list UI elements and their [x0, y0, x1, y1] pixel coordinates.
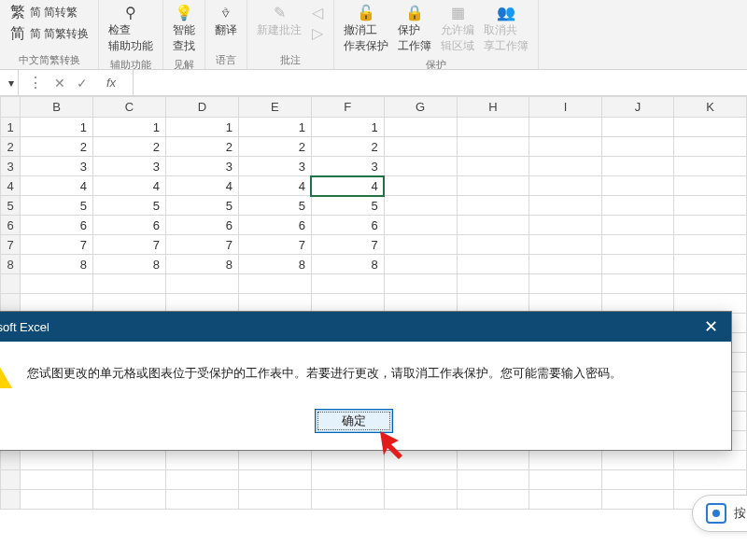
cell[interactable] — [529, 235, 602, 255]
cell[interactable] — [529, 490, 602, 510]
cell[interactable] — [457, 235, 529, 255]
cell[interactable] — [384, 196, 457, 216]
cell[interactable] — [529, 196, 602, 216]
cell[interactable] — [529, 176, 602, 196]
cell[interactable] — [238, 470, 311, 490]
cell[interactable]: 5 — [311, 196, 384, 216]
cell[interactable]: 2 — [21, 137, 93, 157]
cell[interactable] — [311, 470, 384, 490]
cell[interactable] — [601, 176, 674, 196]
cell[interactable] — [384, 490, 457, 510]
column-header[interactable]: F — [311, 97, 384, 118]
cell[interactable] — [601, 137, 674, 157]
cell[interactable]: 1 — [311, 118, 384, 137]
row-header[interactable]: 8 — [1, 255, 21, 274]
cell[interactable] — [238, 274, 311, 294]
cell[interactable] — [457, 274, 529, 294]
cell[interactable] — [601, 255, 674, 274]
cell[interactable]: 2 — [238, 137, 311, 157]
column-header[interactable]: J — [601, 97, 674, 118]
cell[interactable] — [384, 176, 457, 196]
cell[interactable]: 1 — [166, 118, 239, 137]
row-header[interactable]: 2 — [1, 137, 21, 157]
cell[interactable] — [529, 451, 602, 470]
cell[interactable] — [457, 216, 529, 235]
cell[interactable] — [384, 216, 457, 235]
check-accessibility[interactable]: ⚲检查 辅助功能 — [106, 2, 155, 56]
cell[interactable]: 4 — [93, 176, 166, 196]
cell[interactable] — [674, 274, 747, 294]
row-header[interactable]: 1 — [1, 118, 21, 137]
cell[interactable] — [457, 137, 529, 157]
cell[interactable] — [601, 274, 674, 294]
dialog-titlebar[interactable]: rosoft Excel ✕ — [0, 312, 731, 342]
cell[interactable] — [601, 118, 674, 137]
cell[interactable]: 4 — [311, 176, 384, 196]
cell[interactable] — [674, 216, 747, 235]
cell[interactable] — [384, 235, 457, 255]
cell[interactable]: 8 — [238, 255, 311, 274]
cell[interactable] — [238, 490, 311, 510]
cell[interactable] — [674, 235, 747, 255]
cell[interactable]: 7 — [93, 235, 166, 255]
close-button[interactable]: ✕ — [696, 315, 726, 338]
cell[interactable] — [21, 274, 93, 294]
cell[interactable]: 4 — [238, 176, 311, 196]
cell[interactable] — [457, 451, 529, 470]
cell[interactable] — [311, 490, 384, 510]
cell[interactable] — [674, 470, 747, 490]
cell[interactable] — [601, 196, 674, 216]
column-header[interactable]: H — [457, 97, 529, 118]
cell[interactable] — [384, 137, 457, 157]
cell[interactable]: 2 — [311, 137, 384, 157]
cell[interactable] — [457, 157, 529, 176]
cell[interactable] — [674, 157, 747, 176]
cell[interactable]: 7 — [311, 235, 384, 255]
row-header[interactable]: 6 — [1, 216, 21, 235]
cell[interactable]: 5 — [166, 196, 239, 216]
column-header[interactable]: I — [529, 97, 602, 118]
row-header[interactable] — [1, 274, 21, 294]
cell[interactable]: 1 — [21, 118, 93, 137]
cell[interactable]: 3 — [166, 157, 239, 176]
cell[interactable] — [384, 157, 457, 176]
cell[interactable] — [601, 470, 674, 490]
cell[interactable] — [93, 470, 166, 490]
cell[interactable] — [166, 451, 239, 470]
cell[interactable] — [166, 490, 239, 510]
cell[interactable]: 6 — [166, 216, 239, 235]
row-header[interactable]: 3 — [1, 157, 21, 176]
cell[interactable] — [384, 470, 457, 490]
cell[interactable] — [384, 451, 457, 470]
column-header[interactable]: G — [384, 97, 457, 118]
cell[interactable] — [457, 196, 529, 216]
floating-action-button[interactable]: 按 — [692, 495, 747, 532]
translate[interactable]: ⎀翻译 — [213, 2, 239, 40]
cell[interactable]: 7 — [238, 235, 311, 255]
cell[interactable] — [674, 451, 747, 470]
cell[interactable]: 6 — [21, 216, 93, 235]
cell[interactable]: 8 — [311, 255, 384, 274]
cell[interactable] — [311, 451, 384, 470]
cell[interactable]: 6 — [311, 216, 384, 235]
cell[interactable] — [93, 451, 166, 470]
column-header[interactable]: C — [93, 97, 166, 118]
cell[interactable] — [674, 196, 747, 216]
cell[interactable] — [601, 490, 674, 510]
row-header[interactable]: 7 — [1, 235, 21, 255]
cell[interactable] — [384, 118, 457, 137]
cell[interactable] — [384, 274, 457, 294]
row-header[interactable] — [1, 490, 21, 510]
cell[interactable] — [93, 490, 166, 510]
row-header[interactable] — [1, 451, 21, 470]
pivot-icon[interactable]: ⋮ — [28, 74, 43, 91]
simplified-to-traditional[interactable]: 繁简 简转繁 — [7, 2, 91, 22]
cell[interactable] — [21, 451, 93, 470]
cell[interactable]: 7 — [21, 235, 93, 255]
cancel-icon[interactable]: ✕ — [54, 76, 65, 91]
fx-icon[interactable]: fx — [99, 76, 123, 90]
cell[interactable] — [457, 176, 529, 196]
name-box[interactable]: ▾ — [0, 70, 19, 95]
protect-workbook[interactable]: 🔒保护 工作簿 — [396, 2, 433, 56]
cell[interactable]: 1 — [93, 118, 166, 137]
